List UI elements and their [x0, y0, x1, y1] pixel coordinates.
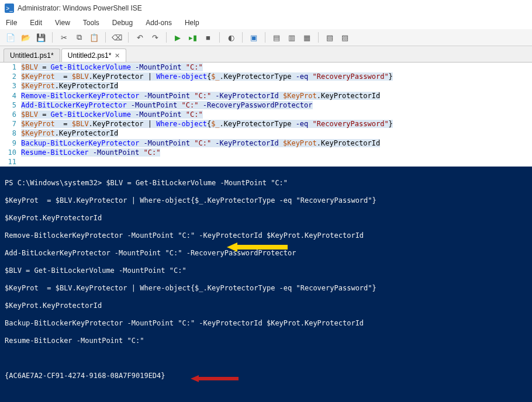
annotation-arrow-yellow: [222, 241, 292, 253]
code-token: -MountPoint: [131, 63, 186, 71]
menu-addons[interactable]: Add-ons: [143, 18, 174, 28]
stop-icon[interactable]: ■: [202, 32, 214, 43]
commands-icon[interactable]: ▧: [324, 32, 336, 43]
code-token: "C:": [186, 110, 203, 119]
console-line: Backup-BitLockerKeyProtector -MountPoint…: [5, 319, 527, 328]
remote-icon[interactable]: ▣: [248, 32, 260, 43]
code-token: $BLV: [21, 63, 38, 71]
code-token: Where-object: [156, 72, 207, 81]
save-icon[interactable]: 💾: [35, 32, 47, 43]
console-line: [5, 389, 527, 398]
code-token: $KeyProt: [21, 129, 55, 137]
toolbar-separator: [105, 32, 106, 43]
menu-bar: File Edit View Tools Debug Add-ons Help: [0, 16, 532, 29]
console-line: [5, 354, 527, 363]
open-icon[interactable]: 📂: [20, 32, 32, 43]
code-token: "C:": [182, 101, 199, 109]
toolbar-separator: [242, 32, 243, 43]
console-line: Remove-BitlockerKeyProtector -MountPoint…: [5, 231, 527, 240]
code-token: "C:": [186, 63, 203, 71]
code-token: -RecoveryPasswordProtector: [198, 101, 312, 109]
line-number: 6: [0, 110, 21, 119]
copy-icon[interactable]: ⧉: [73, 32, 85, 43]
line-number: 4: [0, 91, 21, 100]
code-token: -KeyProtectorId: [211, 139, 283, 147]
code-token: $BLV: [72, 72, 89, 81]
code-token: $KeyProt: [21, 82, 55, 90]
code-token: "C:": [194, 139, 211, 147]
tab-label: Untitled1.ps1*: [10, 51, 54, 60]
window-title: Administrator: Windows PowerShell ISE: [18, 4, 142, 12]
window-titlebar: >_ Administrator: Windows PowerShell ISE: [0, 0, 532, 16]
line-number: 7: [0, 119, 21, 129]
line-number: 5: [0, 100, 21, 110]
code-token: .KeyProtectorId: [317, 92, 380, 100]
console-line: $KeyProt.KeyProtectorId: [5, 302, 527, 310]
tab-untitled2[interactable]: Untitled2.ps1*✕: [61, 48, 127, 62]
code-token: .KeyProtector |: [89, 120, 157, 128]
toolbar-separator: [265, 32, 265, 43]
console-line: Resume-BitLocker -MountPoint "C:": [5, 337, 527, 345]
code-token: Where-object: [156, 120, 207, 128]
run-selection-icon[interactable]: ▸▮: [187, 32, 199, 43]
layout3-icon[interactable]: ▦: [301, 32, 313, 43]
code-token: .KeyProtectorId: [55, 82, 118, 90]
toolbar: 📄 📂 💾 ✂ ⧉ 📋 ⌫ ↶ ↷ ▶ ▸▮ ■ ◐ ▣ ▤ ▥ ▦ ▧ ▨: [0, 29, 532, 46]
code-token: "RecoveryPassword": [313, 120, 389, 128]
cut-icon[interactable]: ✂: [58, 32, 70, 43]
close-icon[interactable]: ✕: [115, 52, 120, 60]
script-editor[interactable]: 1$BLV = Get-BitLockerVolume -MountPoint …: [0, 63, 532, 167]
line-number: 10: [0, 148, 21, 157]
code-token: .KeyProtectorType: [220, 120, 296, 128]
code-token: -eq: [296, 72, 309, 81]
redo-icon[interactable]: ↷: [149, 32, 161, 43]
menu-edit[interactable]: Edit: [27, 18, 44, 28]
paste-icon[interactable]: 📋: [88, 32, 100, 43]
console-pane[interactable]: PS C:\Windows\system32> $BLV = Get-BitLo…: [0, 167, 532, 402]
menu-view[interactable]: View: [53, 18, 72, 28]
console-line: $KeyProt = $BLV.KeyProtector | Where-obj…: [5, 196, 527, 205]
code-token: [308, 72, 312, 81]
code-token: }: [389, 120, 393, 128]
code-token: -MountPoint: [139, 139, 194, 147]
code-token: -MountPoint: [139, 92, 194, 100]
breakpoint-icon[interactable]: ◐: [225, 32, 237, 43]
undo-icon[interactable]: ↶: [134, 32, 146, 43]
code-token: Add-BitLockerKeyProtector: [21, 101, 127, 109]
new-icon[interactable]: 📄: [5, 32, 16, 43]
menu-file[interactable]: File: [4, 18, 19, 28]
menu-help[interactable]: Help: [182, 18, 202, 28]
line-number: 3: [0, 81, 21, 91]
code-token: -eq: [296, 120, 309, 128]
code-token: $BLV: [72, 120, 89, 128]
code-token: $_: [211, 120, 219, 128]
layout1-icon[interactable]: ▤: [271, 32, 282, 43]
code-token: [308, 120, 312, 128]
toolbar-separator: [128, 32, 129, 43]
line-number: 1: [0, 63, 21, 72]
menu-tools[interactable]: Tools: [81, 18, 102, 28]
line-number: 2: [0, 72, 21, 81]
tab-strip: Untitled1.ps1* Untitled2.ps1*✕: [0, 46, 532, 63]
addons-icon[interactable]: ▨: [339, 32, 351, 43]
code-token: =: [55, 72, 72, 81]
code-token: .KeyProtector |: [89, 72, 157, 81]
console-line: PS C:\Windows\system32> $BLV = Get-BitLo…: [5, 179, 527, 188]
menu-debug[interactable]: Debug: [110, 18, 135, 28]
run-icon[interactable]: ▶: [172, 32, 184, 43]
annotation-arrow-red: [187, 374, 240, 383]
code-token: .KeyProtectorId: [55, 129, 118, 137]
code-token: Get-BitLockerVolume: [51, 110, 131, 119]
code-token: "C:": [194, 92, 211, 100]
code-token: $KeyProt: [21, 72, 55, 81]
layout2-icon[interactable]: ▥: [286, 32, 298, 43]
code-token: -MountPoint: [127, 101, 182, 109]
clear-icon[interactable]: ⌫: [111, 32, 123, 43]
toolbar-separator: [219, 32, 220, 43]
line-number: 8: [0, 129, 21, 138]
tab-untitled1[interactable]: Untitled1.ps1*: [4, 48, 60, 62]
console-line: {AC6AE7A2-CF91-4274-9168-08A7F9019ED4}: [5, 372, 527, 380]
code-token: =: [38, 110, 51, 119]
powershell-icon: >_: [5, 4, 14, 13]
code-token: $KeyProt: [21, 120, 55, 128]
